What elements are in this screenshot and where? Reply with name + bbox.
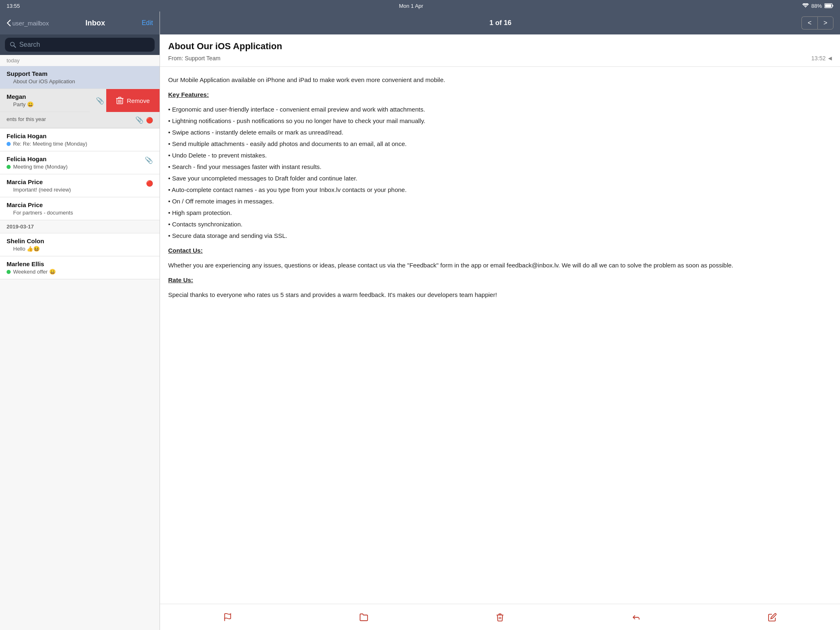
- key-features-title: Key Features:: [168, 90, 832, 100]
- trash-swipe-icon: [116, 96, 123, 105]
- features-list: • Ergonomic and user-friendly interface …: [168, 105, 832, 241]
- search-icon: [10, 41, 16, 48]
- search-bar: [5, 38, 155, 52]
- rate-text: Special thanks to everyone who rates us …: [168, 290, 832, 300]
- remove-label: Remove: [127, 97, 150, 104]
- remove-button-megan[interactable]: Remove: [106, 89, 160, 112]
- sender-felicia-1: Felicia Hogan: [7, 132, 153, 139]
- detail-toggle[interactable]: ◀: [828, 55, 832, 61]
- subject-marlene: Weekend offer 😀: [13, 269, 56, 275]
- mail-item-shelin[interactable]: Shelin Colon Hello 👍😆: [0, 233, 160, 256]
- unread-dot-blue-felicia1: [7, 142, 11, 146]
- unread-dot-green-marlene: [7, 270, 11, 274]
- email-time: 13:52: [811, 55, 826, 62]
- subject-felicia-2: Meeting time (Monday): [13, 164, 68, 170]
- email-from-row: From: Support Team 13:52 ◀: [168, 55, 832, 62]
- subject-shelin: Hello 👍😆: [13, 246, 153, 252]
- mail-item-felicia-1[interactable]: Felicia Hogan Re: Re: Meeting time (Mond…: [0, 128, 160, 151]
- subject-ios-app: About Our iOS Application: [13, 78, 153, 84]
- nav-buttons: < >: [801, 16, 833, 30]
- mail-item-marcia-2[interactable]: Marcia Price For partners - documents: [0, 197, 160, 220]
- email-subject: About Our iOS Application: [168, 41, 832, 52]
- contact-text: Whether you are experiencing any issues,…: [168, 260, 832, 270]
- compose-icon: [768, 613, 777, 622]
- search-input[interactable]: [19, 41, 150, 48]
- attachment-icon-felicia2: 📎: [145, 156, 153, 164]
- attachment-icon-partial: 📎: [135, 116, 144, 124]
- svg-rect-1: [825, 5, 831, 7]
- reply-button[interactable]: [623, 609, 649, 625]
- subject-partial: ents for this year: [7, 116, 46, 122]
- email-time-row: 13:52 ◀: [811, 55, 832, 62]
- sender-marlene: Marlene Ellis: [7, 260, 153, 267]
- feature-5: • Undo Delete - to prevent mistakes.: [168, 151, 832, 160]
- next-button[interactable]: >: [817, 16, 833, 30]
- sender-shelin: Shelin Colon: [7, 237, 153, 244]
- flag-icon: [223, 613, 232, 622]
- pagination-info: 1 of 16: [489, 19, 511, 27]
- contact-title: Contact Us:: [168, 246, 832, 256]
- inbox-title: Inbox: [85, 19, 105, 27]
- attachment-icon-megan: 📎: [96, 97, 104, 105]
- subject-felicia-1: Re: Re: Meeting time (Monday): [13, 141, 87, 147]
- status-time: 13:55: [7, 3, 20, 9]
- trash-button[interactable]: [487, 609, 513, 625]
- main-container: user_mailbox Inbox Edit today Support Te…: [0, 11, 840, 630]
- svg-rect-2: [833, 5, 833, 7]
- feature-10: • High spam protection.: [168, 208, 832, 218]
- reply-icon: [631, 613, 641, 622]
- bottom-toolbar: [160, 604, 840, 630]
- prev-button[interactable]: <: [801, 16, 817, 30]
- subject-marcia-1: Important! (need review): [13, 187, 71, 193]
- flag-button[interactable]: [215, 609, 240, 625]
- email-body: Our Mobile Application available on iPho…: [160, 67, 840, 604]
- folder-icon: [359, 613, 369, 622]
- mail-item-marcia-1[interactable]: Marcia Price Important! (need review) 🔴: [0, 174, 160, 197]
- date-separator-2019: 2019-03-17: [0, 220, 160, 233]
- delete-icon: [495, 612, 504, 622]
- feature-2: • Lightning notifications - push notific…: [168, 116, 832, 126]
- compose-button[interactable]: [760, 609, 785, 625]
- back-button[interactable]: user_mailbox: [7, 20, 49, 27]
- mail-item-marlene[interactable]: Marlene Ellis Weekend offer 😀: [0, 256, 160, 279]
- feature-4: • Send multiple attachments - easily add…: [168, 139, 832, 149]
- status-date: Mon 1 Apr: [399, 3, 423, 9]
- feature-1: • Ergonomic and user-friendly interface …: [168, 105, 832, 114]
- mail-item-support-team[interactable]: Support Team About Our iOS Application: [0, 66, 160, 89]
- mail-list: today Support Team About Our iOS Applica…: [0, 55, 160, 630]
- mail-item-partial[interactable]: ents for this year 📎 🔴: [0, 112, 160, 128]
- section-today: today: [0, 55, 160, 66]
- status-right: 88%: [802, 3, 833, 9]
- warning-icon-partial: 🔴: [146, 117, 153, 123]
- sender-marcia-1: Marcia Price: [7, 178, 71, 185]
- unread-dot-green-felicia2: [7, 165, 11, 169]
- feature-9: • On / Off remote images in messages.: [168, 196, 832, 206]
- folder-button[interactable]: [351, 609, 377, 625]
- sender-support-team: Support Team: [7, 70, 153, 77]
- warning-icon-marcia1: 🔴: [146, 180, 153, 187]
- right-header: 1 of 16 < >: [160, 11, 840, 34]
- subject-marcia-2: For partners - documents: [13, 210, 153, 216]
- battery-level: 88%: [811, 3, 822, 9]
- feature-3: • Swipe actions - instantly delete email…: [168, 128, 832, 137]
- sender-felicia-2: Felicia Hogan: [7, 155, 68, 162]
- sender-megan: Megan: [7, 93, 34, 100]
- wifi-icon: [802, 3, 809, 8]
- right-panel: 1 of 16 < > About Our iOS Application Fr…: [160, 11, 840, 630]
- sender-marcia-2: Marcia Price: [7, 201, 153, 208]
- battery-icon: [824, 3, 833, 8]
- feature-6: • Search - find your messages faster wit…: [168, 162, 832, 172]
- feature-7: • Save your uncompleted messages to Draf…: [168, 173, 832, 183]
- left-panel: user_mailbox Inbox Edit today Support Te…: [0, 11, 160, 630]
- subject-party: Party 😀: [13, 101, 34, 107]
- edit-button[interactable]: Edit: [142, 19, 153, 27]
- feature-11: • Contacts synchronization.: [168, 219, 832, 229]
- mailbox-name: user_mailbox: [12, 20, 49, 27]
- feature-12: • Secure data storage and sending via SS…: [168, 231, 832, 241]
- search-container: [0, 34, 160, 55]
- swipe-container-megan: Megan Party 😀 📎: [0, 89, 160, 112]
- email-header: About Our iOS Application From: Support …: [160, 34, 840, 67]
- svg-line-4: [14, 46, 16, 47]
- feature-8: • Auto-complete contact names - as you t…: [168, 185, 832, 195]
- mail-item-felicia-2[interactable]: Felicia Hogan Meeting time (Monday) 📎: [0, 151, 160, 174]
